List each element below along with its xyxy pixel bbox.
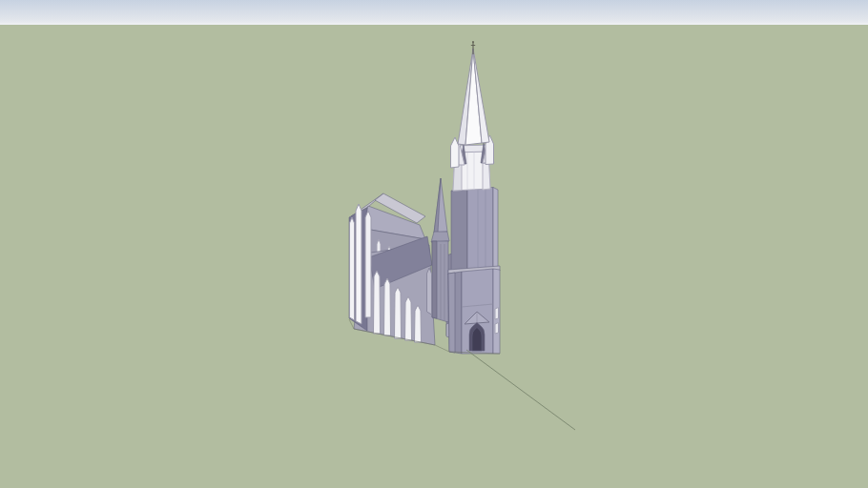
tower-corner-buttress	[448, 273, 455, 353]
fleche-broach	[431, 232, 449, 242]
facade-pinnacle	[350, 217, 355, 320]
aisle-buttress	[405, 296, 412, 340]
fleche-pinnacle	[427, 268, 432, 315]
tower-belfry-chamfer	[493, 188, 498, 269]
spire-finial-tip	[472, 41, 474, 43]
facade-pinnacle	[356, 204, 362, 324]
portal-arch-inner	[472, 328, 482, 352]
aisle-buttress	[395, 287, 402, 338]
aisle-buttress	[384, 278, 391, 336]
aisle-buttress	[374, 271, 381, 334]
tower-belfry-left	[451, 189, 467, 272]
sky	[0, 0, 868, 25]
aisle-buttress	[415, 305, 422, 342]
facade-pinnacle	[365, 211, 371, 317]
cathedral-3d-scene	[0, 0, 868, 488]
buttress-sliver	[495, 308, 499, 320]
fleche-turret-shade	[432, 241, 437, 318]
tower-belfry-front	[467, 188, 493, 271]
buttress-sliver	[495, 323, 499, 335]
model-viewport[interactable]	[0, 0, 868, 488]
